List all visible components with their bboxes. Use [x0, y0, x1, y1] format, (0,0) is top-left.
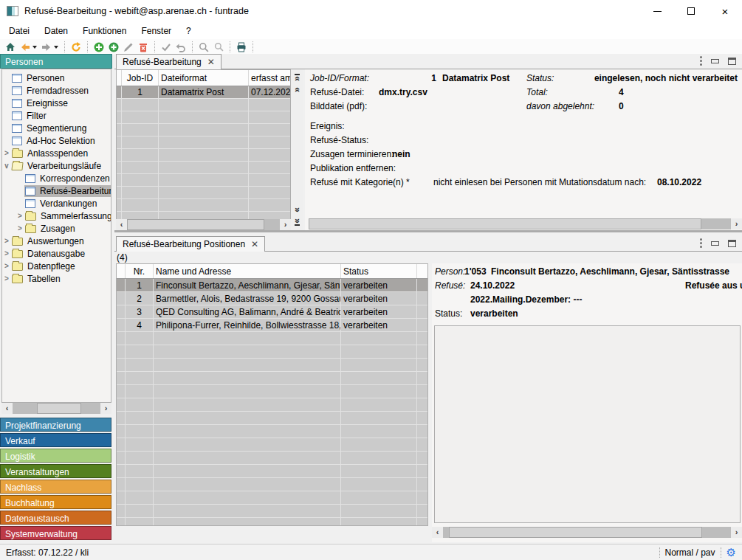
- add-icon[interactable]: [92, 41, 106, 54]
- search-icon[interactable]: [196, 41, 211, 54]
- sidebar-section-datenaustausch[interactable]: Datenaustausch: [0, 511, 111, 525]
- scroll-to-bottom-icon[interactable]: «: [295, 218, 300, 226]
- tree-chevron-icon[interactable]: >: [2, 149, 11, 157]
- scrollbar-track[interactable]: [443, 527, 731, 538]
- table-row-empty[interactable]: [117, 518, 427, 526]
- tree-chevron-icon[interactable]: >: [16, 224, 24, 232]
- table-row-empty[interactable]: [117, 332, 427, 345]
- menu-daten[interactable]: Daten: [37, 24, 75, 38]
- table-row[interactable]: 2Barmettler, Alois, Bedastrasse 19, 9200…: [117, 292, 427, 305]
- tab-refuse-bearbeitung[interactable]: Refusé-Bearbeitung ✕: [116, 54, 221, 69]
- tab-close-icon[interactable]: ✕: [207, 57, 215, 67]
- column-header-dateiformat[interactable]: Dateiformat: [159, 70, 249, 86]
- panel-minimize-icon[interactable]: [711, 59, 719, 63]
- table-row-empty[interactable]: [117, 491, 427, 505]
- tree-item-sammelerfassung[interactable]: >Sammelerfassung: [2, 210, 111, 222]
- tree-item-korrespondenzen-a[interactable]: Korrespondenzen a: [2, 172, 111, 184]
- column-header-status[interactable]: Status: [341, 264, 417, 278]
- refresh-icon[interactable]: [69, 41, 83, 54]
- tree-item-datenpflege[interactable]: >Datenpflege: [2, 260, 111, 272]
- table-row[interactable]: 3QED Consulting AG, Balimann, André & Be…: [117, 305, 427, 319]
- tree-item-fremdadressen[interactable]: Fremdadressen: [2, 84, 111, 97]
- scroll-right-icon[interactable]: ›: [100, 403, 111, 414]
- tree-horizontal-scrollbar[interactable]: ‹ ›: [1, 403, 111, 414]
- page-down-icon[interactable]: «: [295, 207, 300, 213]
- sidebar-section-verkauf[interactable]: Verkauf: [0, 433, 111, 447]
- table-row-empty[interactable]: [117, 465, 427, 478]
- table-row-empty[interactable]: [117, 149, 290, 162]
- table-row-empty[interactable]: [117, 412, 427, 425]
- table-row[interactable]: 1Datamatrix Post07.12.2022: [117, 86, 290, 99]
- panel-maximize-icon[interactable]: [728, 58, 736, 65]
- table-row-empty[interactable]: [117, 452, 427, 465]
- tree-chevron-icon[interactable]: >: [16, 212, 24, 220]
- sidebar-section-systemverwaltung[interactable]: Systemverwaltung: [0, 526, 111, 540]
- table-row-empty[interactable]: [117, 438, 427, 452]
- window-minimize-button[interactable]: [640, 0, 674, 22]
- panel-minimize-icon[interactable]: [711, 241, 719, 246]
- tree-chevron-icon[interactable]: >: [2, 262, 11, 270]
- panel-maximize-icon[interactable]: [728, 240, 736, 247]
- forward-icon[interactable]: [39, 41, 54, 54]
- scrollbar-track[interactable]: [13, 403, 100, 414]
- table-row-empty[interactable]: [117, 478, 427, 491]
- sidebar-section-projektfinanzierung[interactable]: Projektfinanzierung: [0, 418, 111, 432]
- scrollbar-thumb[interactable]: [127, 219, 264, 230]
- search-secondary-icon[interactable]: [211, 41, 226, 54]
- table-row-empty[interactable]: [117, 99, 290, 111]
- table-row-empty[interactable]: [117, 111, 290, 124]
- scrollbar-track[interactable]: [309, 218, 731, 229]
- tree-item-zusagen[interactable]: >Zusagen: [2, 222, 111, 235]
- tab-refuse-positionen[interactable]: Refusé-Bearbeitung Positionen ✕: [116, 236, 265, 252]
- horizontal-splitter[interactable]: [114, 230, 742, 236]
- window-maximize-button[interactable]: [674, 0, 708, 22]
- tab-close-icon[interactable]: ✕: [251, 239, 258, 249]
- tree-item-verarbeitungsl-ufe[interactable]: ∨Verarbeitungsläufe: [2, 159, 111, 172]
- table-row-empty[interactable]: [117, 124, 290, 136]
- window-close-button[interactable]: ×: [708, 0, 742, 22]
- delete-trash-icon[interactable]: [136, 41, 151, 54]
- tree-chevron-icon[interactable]: >: [2, 249, 11, 257]
- column-header-erfasst-am[interactable]: erfasst am: [249, 70, 291, 86]
- column-header-name-und-adresse[interactable]: Name und Adresse: [154, 264, 341, 278]
- tree-chevron-icon[interactable]: >: [2, 237, 11, 245]
- menu-datei[interactable]: Datei: [1, 24, 37, 38]
- tree-item-segmentierung[interactable]: Segmentierung: [2, 122, 111, 134]
- menu-hilfe[interactable]: ?: [179, 24, 199, 38]
- jobs-table-horizontal-scrollbar[interactable]: ‹ ›: [116, 219, 291, 230]
- tree-item-ad-hoc-selektion[interactable]: Ad-Hoc Selektion: [2, 134, 111, 147]
- home-icon[interactable]: [3, 41, 18, 54]
- scroll-left-icon[interactable]: ‹: [432, 527, 443, 538]
- confirm-check-icon[interactable]: [159, 41, 174, 54]
- table-row[interactable]: 1Finconsult Bertazzo, Aeschlimann, Gjesa…: [117, 279, 427, 292]
- page-up-icon[interactable]: «: [295, 86, 300, 93]
- scroll-right-icon[interactable]: ›: [731, 218, 742, 229]
- tree-item-tabellen[interactable]: >Tabellen: [2, 272, 111, 285]
- scroll-left-icon[interactable]: ‹: [116, 219, 127, 230]
- table-row-empty[interactable]: [117, 398, 427, 412]
- tree-item-ereignisse[interactable]: Ereignisse: [2, 97, 111, 109]
- sidebar-section-nachlass[interactable]: Nachlass: [0, 480, 111, 494]
- tree-chevron-icon[interactable]: >: [2, 274, 11, 283]
- table-row-empty[interactable]: [117, 359, 427, 372]
- sidebar-section-buchhaltung[interactable]: Buchhaltung: [0, 495, 111, 509]
- column-header-job-id[interactable]: Job-ID: [122, 70, 159, 86]
- tree-item-anlassspenden[interactable]: >Anlassspenden: [2, 147, 111, 159]
- details-horizontal-scrollbar[interactable]: ›: [309, 218, 742, 229]
- sidebar-section-veranstaltungen[interactable]: Veranstaltungen: [0, 464, 111, 478]
- table-row-empty[interactable]: [117, 162, 290, 174]
- table-row-empty[interactable]: [117, 174, 290, 187]
- sidebar-header[interactable]: Personen: [0, 54, 112, 69]
- table-row-empty[interactable]: [117, 385, 427, 398]
- table-row-empty[interactable]: [117, 345, 427, 359]
- back-dropdown-caret-icon[interactable]: [32, 46, 37, 49]
- table-row-empty[interactable]: [117, 136, 290, 149]
- scroll-to-top-icon[interactable]: «: [295, 74, 300, 82]
- scrollbar-thumb[interactable]: [37, 403, 81, 414]
- print-icon[interactable]: [234, 41, 249, 54]
- panel-menu-dots-icon[interactable]: [700, 238, 702, 248]
- tree-item-datenausgabe[interactable]: >Datenausgabe: [2, 247, 111, 260]
- menu-fenster[interactable]: Fenster: [134, 24, 179, 38]
- column-header-nr-[interactable]: Nr.∧: [126, 264, 154, 278]
- sidebar-section-logistik[interactable]: Logistik: [0, 449, 111, 463]
